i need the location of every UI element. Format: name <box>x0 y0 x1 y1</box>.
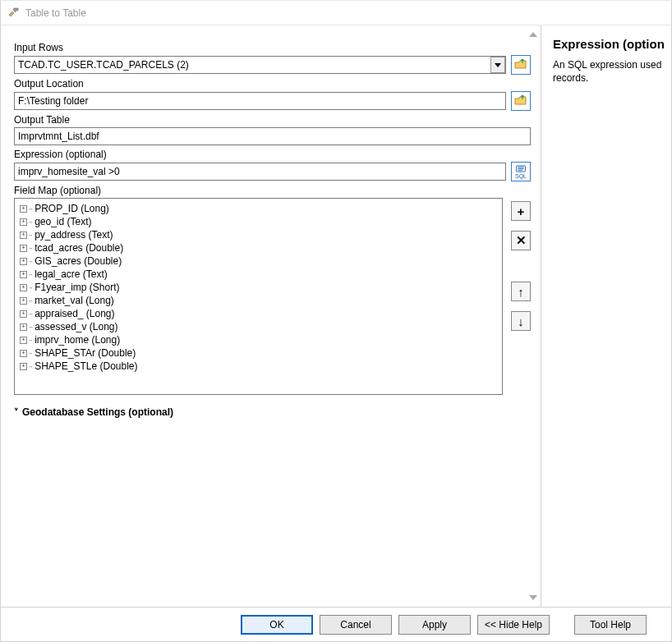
move-up-button[interactable]: ↑ <box>511 282 531 301</box>
field-map-item[interactable]: +··tcad_acres (Double) <box>20 241 497 255</box>
expand-icon[interactable]: + <box>20 337 27 344</box>
output-location-label: Output Location <box>14 78 531 89</box>
tool-help-button[interactable]: Tool Help <box>574 615 647 635</box>
help-pane: Expression (option An SQL expression use… <box>541 25 671 607</box>
expand-icon[interactable]: + <box>20 297 27 305</box>
field-map-item-label: SHAPE_STAr (Double) <box>35 347 136 359</box>
add-field-button[interactable]: + <box>511 201 531 221</box>
browse-input-rows-button[interactable] <box>511 55 531 75</box>
expand-icon[interactable]: + <box>20 205 27 213</box>
field-map-item-label: PROP_ID (Long) <box>35 203 109 214</box>
sql-builder-button[interactable]: SQL <box>511 162 531 181</box>
field-map-item-label: geo_id (Text) <box>35 216 91 227</box>
field-map-item-label: appraised_ (Long) <box>35 308 114 319</box>
title-bar: Table to Table <box>1 1 671 25</box>
field-map-item-label: SHAPE_STLe (Double) <box>35 360 137 372</box>
expand-icon[interactable]: + <box>20 284 27 291</box>
ok-button[interactable]: OK <box>241 615 313 635</box>
expand-icon[interactable]: + <box>20 310 27 318</box>
remove-field-button[interactable]: ✕ <box>511 231 531 250</box>
input-rows-field[interactable] <box>14 56 506 74</box>
move-down-button[interactable]: ↓ <box>511 311 531 331</box>
geodatabase-settings-label: Geodatabase Settings (optional) <box>22 406 173 418</box>
field-map-item-label: GIS_acres (Double) <box>35 255 122 267</box>
input-rows-label: Input Rows <box>14 42 531 53</box>
chevron-down-icon: ˅ <box>14 407 19 418</box>
field-map-item-label: assessed_v (Long) <box>35 321 117 332</box>
field-map-item-label: py_address (Text) <box>35 229 113 241</box>
help-title: Expression (option <box>553 37 663 51</box>
help-body: An SQL expression used records. <box>553 59 663 85</box>
expand-icon[interactable]: + <box>20 271 27 278</box>
field-map-item[interactable]: +··geo_id (Text) <box>20 215 497 228</box>
output-location-field[interactable] <box>14 92 506 110</box>
field-map-item[interactable]: +··assessed_v (Long) <box>20 320 497 333</box>
scroll-down[interactable] <box>527 592 539 603</box>
field-map-item[interactable]: +··F1year_imp (Short) <box>20 281 497 294</box>
tool-icon <box>7 7 21 20</box>
field-map-item-label: F1year_imp (Short) <box>35 282 119 293</box>
browse-output-location-button[interactable] <box>511 91 531 111</box>
field-map-item[interactable]: +··PROP_ID (Long) <box>20 202 497 215</box>
field-map-tree[interactable]: +··PROP_ID (Long)+··geo_id (Text)+··py_a… <box>14 198 503 395</box>
expression-label: Expression (optional) <box>14 149 531 160</box>
field-map-item[interactable]: +··market_val (Long) <box>20 294 497 307</box>
expand-icon[interactable]: + <box>20 323 27 331</box>
expand-icon[interactable]: + <box>20 258 27 265</box>
button-bar: OK Cancel Apply << Hide Help Tool Help <box>1 607 671 641</box>
cancel-button[interactable]: Cancel <box>320 615 392 635</box>
field-map-item-label: tcad_acres (Double) <box>35 242 123 254</box>
expand-icon[interactable]: + <box>20 350 27 357</box>
field-map-label: Field Map (optional) <box>14 185 531 196</box>
expand-icon[interactable]: + <box>20 363 27 370</box>
parameters-pane: Input Rows Output Location Output Tab <box>1 25 541 607</box>
field-map-item[interactable]: +··appraised_ (Long) <box>20 307 497 320</box>
expand-icon[interactable]: + <box>20 232 27 239</box>
output-table-field[interactable] <box>14 127 531 145</box>
field-map-item[interactable]: +··legal_acre (Text) <box>20 268 497 281</box>
field-map-item[interactable]: +··GIS_acres (Double) <box>20 255 497 268</box>
sql-label: SQL <box>515 173 527 179</box>
field-map-item-label: legal_acre (Text) <box>35 268 108 280</box>
hide-help-button[interactable]: << Hide Help <box>477 615 550 635</box>
field-map-item[interactable]: +··SHAPE_STAr (Double) <box>20 346 497 360</box>
apply-button[interactable]: Apply <box>398 615 471 635</box>
expression-field[interactable] <box>14 163 506 181</box>
input-rows-dropdown[interactable] <box>490 57 505 73</box>
field-map-item-label: imprv_home (Long) <box>35 334 120 346</box>
geodatabase-settings-toggle[interactable]: ˅ Geodatabase Settings (optional) <box>14 406 531 418</box>
field-map-item-label: market_val (Long) <box>35 295 114 306</box>
expand-icon[interactable]: + <box>20 245 27 252</box>
output-table-label: Output Table <box>14 114 531 126</box>
scroll-up[interactable] <box>527 29 539 40</box>
field-map-item[interactable]: +··SHAPE_STLe (Double) <box>20 360 497 373</box>
field-map-item[interactable]: +··imprv_home (Long) <box>20 333 497 346</box>
field-map-item[interactable]: +··py_address (Text) <box>20 228 497 241</box>
window-title: Table to Table <box>25 7 86 19</box>
expand-icon[interactable]: + <box>20 218 27 226</box>
